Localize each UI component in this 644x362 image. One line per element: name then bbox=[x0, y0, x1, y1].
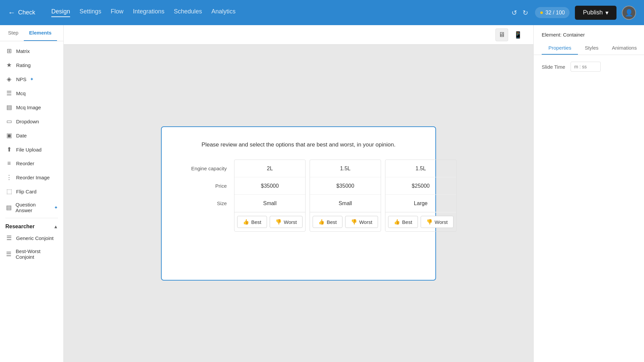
option-3-best-button[interactable]: 👍 Best bbox=[388, 216, 418, 228]
sidebar-item-best-worst-conjoint[interactable]: ☰ Best-Worst Conjoint bbox=[0, 245, 63, 263]
element-label: Element: Container bbox=[542, 32, 636, 38]
reorder-image-icon: ⋮ bbox=[5, 174, 13, 181]
sidebar-item-file-upload[interactable]: ⬆ File Upload bbox=[0, 142, 63, 157]
slide-time-label: Slide Time bbox=[542, 64, 565, 70]
option-3-buttons: 👍 Best 👎 Worst bbox=[385, 212, 456, 231]
right-panel-body: Slide Time bbox=[534, 55, 644, 78]
right-panel-tabs: Properties Styles Animations bbox=[542, 42, 636, 55]
conjoint-table-inner: Engine capacity Price Size 2L $35000 S bbox=[172, 160, 425, 232]
option-2-engine: 1.5L bbox=[310, 160, 381, 177]
tab-properties[interactable]: Properties bbox=[542, 42, 578, 55]
credit-badge: ● 32 / 100 bbox=[535, 7, 570, 18]
center-canvas: 🖥 📱 Please review and select the options… bbox=[64, 25, 533, 362]
option-1-best-button[interactable]: 👍 Best bbox=[237, 216, 267, 228]
nav-schedules[interactable]: Schedules bbox=[174, 8, 202, 17]
dropdown-icon: ▭ bbox=[5, 118, 13, 125]
option-1-size: Small bbox=[234, 195, 305, 212]
option-2-worst-button[interactable]: 👎 Worst bbox=[345, 216, 378, 228]
nav-analytics[interactable]: Analytics bbox=[211, 8, 235, 17]
tab-animations[interactable]: Animations bbox=[605, 42, 643, 55]
nav-settings[interactable]: Settings bbox=[79, 8, 101, 17]
right-panel: Element: Container Properties Styles Ani… bbox=[533, 25, 644, 362]
top-nav: ← Check Design Settings Flow Integration… bbox=[0, 0, 644, 25]
researcher-header[interactable]: Researcher ▲ bbox=[5, 224, 58, 230]
chevron-down-icon: ▾ bbox=[605, 9, 608, 16]
survey-card[interactable]: Please review and select the options tha… bbox=[161, 126, 436, 281]
option-3-worst-button[interactable]: 👎 Worst bbox=[421, 216, 453, 228]
redo-button[interactable]: ↻ bbox=[521, 7, 530, 18]
option-1-worst-button[interactable]: 👎 Worst bbox=[270, 216, 303, 228]
thumbs-down-icon: 👎 bbox=[275, 219, 282, 225]
thumbs-up-icon-3: 👍 bbox=[394, 219, 400, 225]
thumbs-up-icon: 👍 bbox=[243, 219, 249, 225]
app-title: Check bbox=[18, 9, 35, 16]
back-button[interactable]: ← Check bbox=[8, 8, 35, 17]
option-3-engine: 1.5L bbox=[385, 160, 456, 177]
thumbs-down-icon-2: 👎 bbox=[351, 219, 357, 225]
option-2-best-button[interactable]: 👍 Best bbox=[313, 216, 342, 228]
main-layout: Step Elements ⊞ Matrix ★ Rating ◈ NPS ✦ … bbox=[0, 25, 644, 362]
sidebar-item-matrix[interactable]: ⊞ Matrix bbox=[0, 44, 63, 58]
sidebar-item-reorder[interactable]: ≡ Reorder bbox=[0, 157, 63, 170]
sidebar-item-flip-card[interactable]: ⬚ Flip Card bbox=[0, 184, 63, 198]
rating-icon: ★ bbox=[5, 61, 13, 69]
sidebar-item-rating[interactable]: ★ Rating bbox=[0, 58, 63, 72]
canvas-toolbar: 🖥 📱 bbox=[64, 25, 533, 45]
right-panel-header: Element: Container Properties Styles Ani… bbox=[534, 25, 644, 55]
nav-flow[interactable]: Flow bbox=[111, 8, 123, 17]
option-2-buttons: 👍 Best 👎 Worst bbox=[310, 212, 381, 231]
sidebar-divider bbox=[5, 218, 58, 218]
thumbs-up-icon-2: 👍 bbox=[318, 219, 325, 225]
mcq-image-icon: ▤ bbox=[5, 104, 13, 111]
nps-icon: ◈ bbox=[5, 75, 13, 83]
canvas-area: Please review and select the options tha… bbox=[64, 45, 533, 362]
desktop-view-button[interactable]: 🖥 bbox=[495, 28, 508, 41]
tab-styles[interactable]: Styles bbox=[578, 42, 605, 55]
sidebar-item-nps[interactable]: ◈ NPS ✦ bbox=[0, 72, 63, 86]
flip-card-icon: ⬚ bbox=[5, 188, 13, 195]
researcher-section: Researcher ▲ bbox=[0, 220, 63, 231]
ai-sparkle-icon-2: ✦ bbox=[54, 205, 58, 210]
option-col-2: 1.5L $35000 Small 👍 Best 👎 bbox=[310, 160, 381, 232]
back-arrow-icon: ← bbox=[8, 8, 15, 17]
slide-time-row: Slide Time bbox=[542, 62, 636, 72]
attr-cell-buttons bbox=[172, 212, 232, 231]
mcq-icon: ☰ bbox=[5, 89, 13, 97]
best-worst-conjoint-icon: ☰ bbox=[5, 250, 12, 258]
sidebar-item-question-answer[interactable]: ▤ Question Answer ✦ bbox=[0, 198, 63, 217]
sidebar-items-list: ⊞ Matrix ★ Rating ◈ NPS ✦ ☰ Mcq ▤ Mcq Im… bbox=[0, 41, 63, 266]
attr-cell-price: Price bbox=[172, 177, 232, 194]
undo-button[interactable]: ↺ bbox=[510, 7, 519, 18]
undo-redo-group: ↺ ↻ bbox=[510, 7, 530, 18]
nav-integrations[interactable]: Integrations bbox=[133, 8, 164, 17]
option-3-price: $25000 bbox=[385, 177, 456, 195]
credits-display: 32 / 100 bbox=[545, 10, 565, 16]
sidebar-item-reorder-image[interactable]: ⋮ Reorder Image bbox=[0, 170, 63, 184]
sidebar-tabs: Step Elements bbox=[0, 25, 63, 41]
researcher-chevron-icon: ▲ bbox=[53, 224, 58, 229]
sidebar-item-generic-conjoint[interactable]: ☰ Generic Conjoint bbox=[0, 231, 63, 245]
ai-sparkle-icon: ✦ bbox=[30, 76, 34, 82]
tab-elements[interactable]: Elements bbox=[24, 25, 57, 41]
sidebar-item-date[interactable]: ▣ Date bbox=[0, 128, 63, 142]
tab-step[interactable]: Step bbox=[3, 25, 24, 41]
avatar[interactable]: 👤 bbox=[622, 6, 636, 20]
reorder-icon: ≡ bbox=[5, 160, 13, 167]
mobile-view-button[interactable]: 📱 bbox=[511, 28, 525, 41]
option-1-buttons: 👍 Best 👎 Worst bbox=[234, 212, 305, 231]
qa-icon: ▤ bbox=[5, 204, 12, 211]
sidebar-item-dropdown[interactable]: ▭ Dropdown bbox=[0, 114, 63, 128]
coin-icon: ● bbox=[540, 9, 543, 16]
slide-time-input[interactable] bbox=[571, 62, 601, 72]
option-1-price: $35000 bbox=[234, 177, 305, 195]
nav-links: Design Settings Flow Integrations Schedu… bbox=[51, 8, 499, 17]
thumbs-down-icon-3: 👎 bbox=[426, 219, 433, 225]
publish-button[interactable]: Publish ▾ bbox=[575, 6, 616, 20]
sidebar-item-mcq[interactable]: ☰ Mcq bbox=[0, 86, 63, 100]
option-2-size: Small bbox=[310, 195, 381, 212]
option-col-3: 1.5L $25000 Large 👍 Best 👎 bbox=[385, 160, 457, 232]
sidebar-item-mcq-image[interactable]: ▤ Mcq Image bbox=[0, 100, 63, 114]
nav-design[interactable]: Design bbox=[51, 8, 70, 17]
left-sidebar: Step Elements ⊞ Matrix ★ Rating ◈ NPS ✦ … bbox=[0, 25, 64, 362]
option-1-engine: 2L bbox=[234, 160, 305, 177]
